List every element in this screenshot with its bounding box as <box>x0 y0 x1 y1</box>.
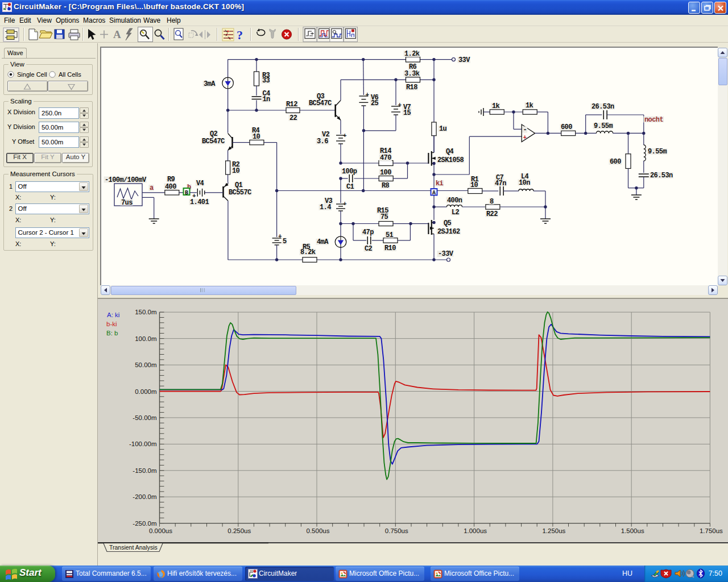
svg-text:400: 400 <box>165 183 176 191</box>
svg-text:C2: C2 <box>365 245 373 253</box>
svg-text:+: + <box>523 134 527 141</box>
svg-text:8.2k: 8.2k <box>300 248 316 256</box>
svg-text:+: + <box>192 193 196 199</box>
svg-text:400n: 400n <box>447 197 462 205</box>
svg-text:+: + <box>366 92 370 98</box>
svg-text:nocht: nocht <box>644 116 663 124</box>
svg-text:a: a <box>150 184 154 192</box>
svg-text:R10: R10 <box>384 244 396 252</box>
svg-text:Q4: Q4 <box>446 148 454 156</box>
svg-text:R9: R9 <box>167 176 175 184</box>
svg-text:B: B <box>185 190 188 196</box>
svg-text:A: ki: A: ki <box>107 311 119 318</box>
svg-text:1.250us: 1.250us <box>542 527 565 534</box>
svg-text:1.750us: 1.750us <box>700 527 723 534</box>
svg-text:-100m/100mV: -100m/100mV <box>105 176 147 184</box>
svg-text:25: 25 <box>371 99 379 107</box>
svg-text:B: b: B: b <box>106 330 118 336</box>
svg-text:R12: R12 <box>286 101 297 109</box>
svg-text:b-ki: b-ki <box>106 321 117 327</box>
svg-text:100.0m: 100.0m <box>135 335 156 342</box>
svg-text:1.401: 1.401 <box>190 198 209 206</box>
svg-text:600: 600 <box>561 123 572 131</box>
svg-text:L2: L2 <box>452 209 460 217</box>
svg-text:100: 100 <box>380 169 391 177</box>
svg-text:0.000m: 0.000m <box>135 388 156 395</box>
svg-text:+: + <box>343 201 347 207</box>
svg-text:47p: 47p <box>362 228 374 236</box>
svg-text:0.000us: 0.000us <box>149 527 172 534</box>
svg-text:-200.0m: -200.0m <box>133 493 156 500</box>
svg-text:BC547C: BC547C <box>309 99 332 107</box>
svg-text:33V: 33V <box>458 56 470 64</box>
svg-text:BC547C: BC547C <box>202 138 225 146</box>
svg-text:3mA: 3mA <box>204 80 216 88</box>
svg-text:8: 8 <box>490 198 494 206</box>
svg-text:A: A <box>432 190 436 196</box>
svg-text:10: 10 <box>253 133 260 141</box>
svg-text:3.6: 3.6 <box>317 138 328 146</box>
svg-text:7us: 7us <box>121 199 133 207</box>
svg-text:+: + <box>278 233 282 240</box>
svg-text:1.2k: 1.2k <box>404 50 420 58</box>
svg-text:C1: C1 <box>346 183 354 191</box>
svg-text:9.55m: 9.55m <box>648 148 667 156</box>
svg-text:100p: 100p <box>342 168 357 176</box>
svg-text:+: + <box>343 132 347 139</box>
svg-text:1.500us: 1.500us <box>621 527 644 534</box>
svg-text:Q2: Q2 <box>210 130 218 138</box>
svg-text:150.0m: 150.0m <box>135 309 156 315</box>
svg-text:ki: ki <box>436 180 444 188</box>
svg-text:Q5: Q5 <box>444 219 452 227</box>
svg-text:470: 470 <box>380 154 391 162</box>
svg-text:1n: 1n <box>263 95 271 103</box>
svg-text:33: 33 <box>262 77 270 85</box>
svg-text:V4: V4 <box>196 180 204 188</box>
svg-text:?: ? <box>237 28 243 42</box>
svg-text:-50.00m: -50.00m <box>133 414 156 421</box>
svg-text:-: - <box>523 126 527 134</box>
svg-text:51: 51 <box>386 231 394 239</box>
svg-text:5: 5 <box>283 238 287 246</box>
svg-text:Transient Analysis: Transient Analysis <box>109 544 158 551</box>
svg-text:0.500us: 0.500us <box>307 527 330 534</box>
svg-text:15: 15 <box>403 109 411 117</box>
svg-text:26.53n: 26.53n <box>650 172 673 180</box>
svg-text:2SJ162: 2SJ162 <box>437 228 460 236</box>
svg-text:10: 10 <box>232 167 240 175</box>
svg-text:9.55m: 9.55m <box>594 122 613 130</box>
svg-text:R8: R8 <box>382 182 390 190</box>
svg-text:1.4: 1.4 <box>320 203 331 211</box>
svg-text:47n: 47n <box>495 180 506 188</box>
svg-text:R22: R22 <box>486 210 498 218</box>
svg-text:1k: 1k <box>492 102 500 110</box>
svg-text:2SK1058: 2SK1058 <box>437 156 464 164</box>
svg-text:4mA: 4mA <box>317 238 329 246</box>
svg-text:0.250us: 0.250us <box>228 527 251 534</box>
svg-text:R18: R18 <box>406 84 417 92</box>
svg-text:-150.0m: -150.0m <box>133 467 156 474</box>
svg-text:10n: 10n <box>519 179 530 187</box>
svg-text:-250.0m: -250.0m <box>133 520 156 527</box>
svg-text:A: A <box>113 28 121 40</box>
svg-text:600: 600 <box>610 158 621 166</box>
svg-text:+: + <box>398 102 402 109</box>
svg-text:10: 10 <box>470 181 478 189</box>
svg-text:-33V: -33V <box>438 250 454 258</box>
svg-text:50.00m: 50.00m <box>135 361 156 368</box>
svg-text:22: 22 <box>289 114 297 122</box>
svg-text:1u: 1u <box>439 125 447 133</box>
svg-text:26.53n: 26.53n <box>592 103 614 111</box>
svg-text:0.750us: 0.750us <box>385 527 408 534</box>
svg-text:3.3k: 3.3k <box>404 70 420 78</box>
svg-text:75: 75 <box>380 213 388 221</box>
svg-text:BC557C: BC557C <box>229 189 251 197</box>
svg-text:1k: 1k <box>526 102 533 110</box>
svg-text:-100.00m: -100.00m <box>129 440 157 447</box>
svg-text:1.000us: 1.000us <box>464 527 487 534</box>
